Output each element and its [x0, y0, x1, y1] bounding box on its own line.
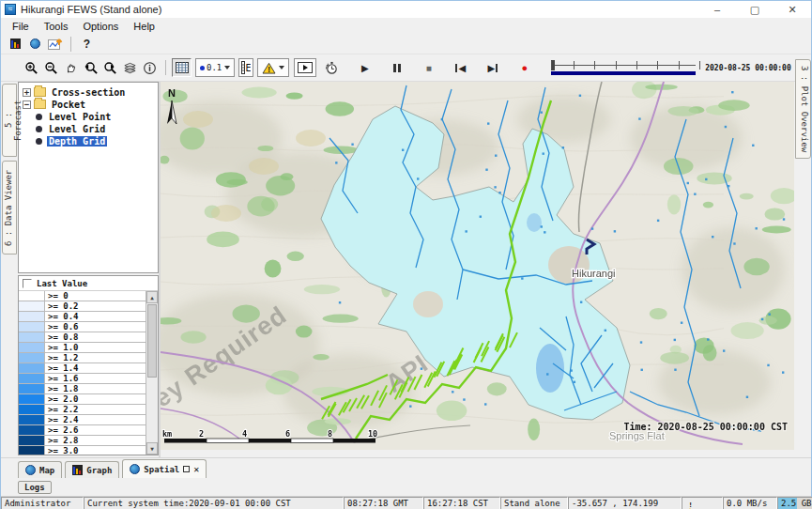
layer-bullet-icon — [36, 126, 42, 132]
time-slider-bar — [551, 71, 696, 75]
tree-expander-icon[interactable]: − — [23, 100, 31, 109]
zoom-out-button[interactable] — [41, 58, 61, 77]
tab-spatial[interactable]: Spatial✕ — [122, 459, 207, 478]
tab-graph[interactable]: Graph — [65, 461, 119, 478]
globe-icon — [25, 465, 36, 475]
time-slider[interactable] — [549, 57, 697, 78]
legend-value-label: >= 1.8 — [45, 384, 79, 393]
menu-item-options[interactable]: Options — [75, 21, 126, 32]
legend-row: >= 0.6 — [19, 322, 146, 332]
elevation-scale-button[interactable]: E — [238, 58, 253, 77]
map-view[interactable]: API Key Required API Key Required Hikura… — [161, 82, 794, 450]
classification-dropdown[interactable]: 0.1 — [195, 58, 235, 77]
legend-row: >= 2.2 — [19, 405, 146, 415]
play-button[interactable]: ▶ — [355, 58, 375, 77]
warning-threshold-dropdown[interactable]: ! — [257, 58, 289, 77]
tree-label: Level Point — [47, 112, 113, 122]
database-viewer-button[interactable] — [6, 35, 25, 54]
layer-bullet-icon — [36, 114, 42, 120]
close-tab-icon[interactable]: ✕ — [193, 464, 199, 474]
left-panel: +Cross-section−PocketLevel PointLevel Gr… — [18, 82, 159, 457]
legend-row: >= 1.0 — [19, 343, 146, 353]
minimize-button[interactable]: – — [698, 1, 736, 18]
last-value-checkbox[interactable] — [23, 279, 32, 288]
zoom-in-button[interactable] — [22, 58, 41, 77]
legend-scrollbar[interactable]: ▲ ▼ — [146, 291, 158, 455]
pause-icon — [393, 64, 401, 72]
tree-item-depth-grid[interactable]: Depth Grid — [23, 135, 158, 147]
tree-item-level-point[interactable]: Level Point — [23, 111, 158, 122]
menu-item-tools[interactable]: Tools — [37, 21, 76, 32]
grid-display-button[interactable] — [172, 58, 192, 77]
legend-row: >= 2.6 — [19, 425, 146, 436]
legend-swatch — [19, 374, 45, 383]
scroll-thumb[interactable] — [147, 304, 157, 378]
tab-label: Graph — [86, 466, 112, 475]
legend-value-label: >= 1.6 — [45, 374, 79, 383]
animation-transport: ▶ ■ ◀ ▶ ● — [355, 58, 534, 77]
current-time-label: 2020-08-25 00:00:00 CST — [705, 64, 809, 72]
zoom-previous-icon — [84, 61, 98, 75]
animation-timer-button[interactable] — [322, 58, 342, 77]
status-cell: 08:27:18 GMT — [344, 497, 423, 509]
menu-bar: FileToolsOptionsHelp — [1, 18, 811, 34]
status-cell: Current system time:2020-09-01 00:00 CST — [84, 497, 344, 509]
close-button[interactable]: ✕ — [774, 1, 811, 18]
tree-expander-icon[interactable]: + — [23, 88, 31, 97]
legend-value-label: >= 1.2 — [45, 353, 79, 362]
layers-button[interactable] — [120, 58, 140, 77]
legend-value-label: >= 0.6 — [45, 322, 79, 332]
tab-plot-overview[interactable]: 3 : Plot Overview — [795, 59, 811, 159]
legend-swatch — [19, 343, 45, 352]
tree-item-level-grid[interactable]: Level Grid — [23, 123, 158, 134]
zoom-next-button[interactable] — [100, 58, 120, 77]
spatial-display-button[interactable] — [25, 35, 45, 54]
warning-icon — [685, 499, 695, 509]
tree-label: Pocket — [50, 100, 87, 110]
help-button[interactable]: ? — [77, 35, 97, 54]
record-button[interactable]: ● — [514, 58, 534, 77]
folder-icon — [34, 87, 46, 97]
info-button[interactable] — [140, 58, 160, 77]
menu-item-file[interactable]: File — [5, 21, 37, 32]
status-cell: 0.0 MB/s — [723, 497, 777, 509]
tree-label: Cross-section — [50, 87, 127, 98]
pan-button[interactable] — [61, 58, 81, 77]
tree-item-cross-section[interactable]: +Cross-section — [23, 86, 158, 98]
status-cell: 2.5 GB — [777, 497, 812, 509]
info-icon — [143, 61, 157, 75]
legend-row: >= 2.4 — [19, 415, 146, 425]
layers-icon — [123, 61, 137, 75]
maximize-tab-icon[interactable] — [183, 466, 190, 472]
scroll-down-icon[interactable]: ▼ — [146, 442, 158, 455]
zoom-previous-button[interactable] — [81, 58, 100, 77]
left-tab-strip: 5 : Forecast6 : Data Viewer — [1, 82, 18, 457]
window-title: Hikurangi FEWS (Stand alone) — [21, 4, 161, 15]
logs-button[interactable]: Logs — [18, 481, 52, 494]
app-window: ≈ Hikurangi FEWS (Stand alone) – ▢ ✕ Fil… — [0, 0, 812, 509]
tab-data-viewer[interactable]: 6 : Data Viewer — [2, 161, 17, 254]
go-to-end-button[interactable]: ▶ — [483, 58, 502, 77]
timeseries-display-button[interactable] — [45, 35, 65, 54]
animation-display-button[interactable] — [294, 58, 316, 77]
go-to-start-button[interactable]: ◀ — [451, 58, 470, 77]
maximize-button[interactable]: ▢ — [736, 1, 774, 18]
play-icon: ▶ — [361, 63, 369, 73]
legend-value-label: >= 2.0 — [45, 394, 79, 404]
svg-text:2: 2 — [199, 429, 204, 439]
tree-item-pocket[interactable]: −Pocket — [23, 99, 158, 110]
grid-icon — [176, 62, 189, 73]
tab-map[interactable]: Map — [18, 461, 62, 478]
stop-button[interactable]: ■ — [419, 58, 438, 77]
svg-text:N: N — [168, 87, 176, 99]
legend-swatch — [19, 446, 45, 455]
legend-value-label: >= 0.4 — [45, 312, 79, 321]
legend-header: Last Value — [19, 276, 158, 291]
status-cell: Stand alone — [500, 497, 568, 509]
zoom-in-icon — [24, 61, 38, 75]
scroll-up-icon[interactable]: ▲ — [146, 291, 158, 303]
tab-forecast[interactable]: 5 : Forecast — [2, 84, 17, 157]
menu-item-help[interactable]: Help — [126, 21, 162, 32]
legend-row: >= 1.8 — [19, 384, 146, 394]
pause-button[interactable] — [387, 58, 406, 77]
